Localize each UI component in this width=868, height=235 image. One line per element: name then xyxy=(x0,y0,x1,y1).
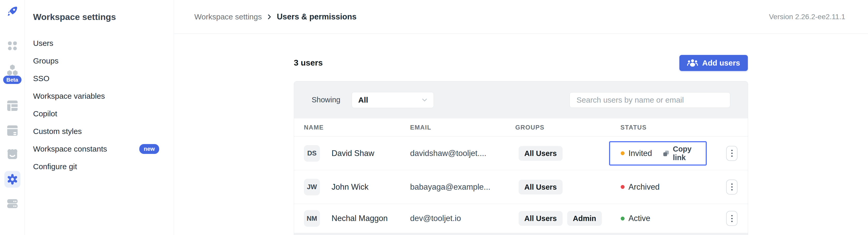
sidebar-item-workspace-constants[interactable]: Workspace constants new xyxy=(25,140,174,158)
user-name: John Wick xyxy=(332,182,369,192)
chevron-down-icon xyxy=(421,96,429,104)
table-row: JW John Wick babayaga@example... All Use… xyxy=(294,170,748,204)
filter-bar: Showing All xyxy=(294,81,748,119)
users-card: Showing All NAME EMAIL GROUPS STATUS xyxy=(294,81,748,235)
user-groups: All Users xyxy=(519,180,563,194)
sidebar-menu: Users Groups SSO Workspace variables Cop… xyxy=(25,34,174,176)
status-text: Active xyxy=(628,214,650,223)
add-users-icon xyxy=(687,59,698,67)
chevron-right-icon xyxy=(266,14,273,20)
icon-rail: Beta xyxy=(0,0,25,235)
sidebar-item-custom-styles[interactable]: Custom styles xyxy=(25,123,174,140)
users-table: NAME EMAIL GROUPS STATUS DS David Shaw d… xyxy=(294,119,748,233)
status: Active xyxy=(621,214,650,223)
table-header-row: NAME EMAIL GROUPS STATUS xyxy=(294,119,748,136)
breadcrumb-parent[interactable]: Workspace settings xyxy=(194,12,262,21)
tooljet-logo rocket-icon[interactable] xyxy=(7,6,18,18)
avatar: DS xyxy=(304,145,320,162)
group-badge: Admin xyxy=(567,211,602,226)
group-badge: All Users xyxy=(519,211,563,226)
datasources-icon[interactable] xyxy=(7,125,18,137)
status-text: Invited xyxy=(628,149,652,158)
avatar: NM xyxy=(304,210,320,227)
user-groups: All Users xyxy=(519,146,563,161)
settings-gear-active[interactable] xyxy=(4,171,21,188)
user-groups: All Users Admin xyxy=(519,211,602,226)
apps-grid-icon[interactable] xyxy=(7,41,17,52)
content-header: Workspace settings Users & permissions V… xyxy=(174,0,868,34)
copy-icon xyxy=(663,150,669,157)
sidebar-item-label: Configure git xyxy=(33,162,77,171)
row-actions-kebab-menu[interactable] xyxy=(726,211,738,226)
column-header-name: NAME xyxy=(304,124,324,131)
beta-badge: Beta xyxy=(3,76,22,84)
status-text: Archived xyxy=(628,182,660,192)
add-users-label: Add users xyxy=(702,58,740,68)
sidebar-item-users[interactable]: Users xyxy=(25,34,174,52)
sidebar-item-label: Custom styles xyxy=(33,127,82,136)
marketplace-shop-icon[interactable] xyxy=(7,148,18,161)
content-area: Workspace settings Users & permissions V… xyxy=(174,0,868,235)
sidebar-item-label: Workspace constants xyxy=(33,145,107,153)
column-header-status: STATUS xyxy=(620,124,647,131)
sidebar-item-configure-git[interactable]: Configure git xyxy=(25,158,174,176)
status-dot xyxy=(621,217,625,220)
users-page: 3 users Add users Showing All xyxy=(174,34,868,235)
sidebar-item-label: Users xyxy=(33,39,53,48)
status: Invited xyxy=(621,149,652,158)
add-users-button[interactable]: Add users xyxy=(679,55,748,71)
sidebar-item-label: SSO xyxy=(33,74,49,83)
user-name: Nechal Maggon xyxy=(332,214,388,223)
users-count: 3 users xyxy=(294,58,323,68)
group-badge: All Users xyxy=(519,146,563,161)
copy-invite-link[interactable]: Copy link xyxy=(663,145,706,162)
sidebar-item-label: Workspace variables xyxy=(33,92,105,101)
user-email: babayaga@example... xyxy=(410,182,491,192)
audit-logs-icon[interactable] xyxy=(7,198,18,210)
settings-gear-icon xyxy=(7,174,18,185)
new-badge: new xyxy=(139,144,159,154)
workspace-settings-sidebar: Workspace settings Users Groups SSO Work… xyxy=(25,0,174,235)
group-badge: All Users xyxy=(519,180,563,194)
avatar: JW xyxy=(304,179,320,195)
database-table-icon[interactable] xyxy=(7,100,18,112)
showing-label: Showing xyxy=(312,96,340,104)
search-users-input[interactable] xyxy=(569,92,730,108)
sidebar-item-copilot[interactable]: Copilot xyxy=(25,105,174,123)
marketplace-hexagons-icon[interactable] xyxy=(7,64,18,77)
table-row: NM Nechal Maggon dev@tooljet.io All User… xyxy=(294,204,748,233)
sidebar-item-groups[interactable]: Groups xyxy=(25,52,174,70)
column-header-groups: GROUPS xyxy=(515,124,545,131)
column-header-email: EMAIL xyxy=(410,124,431,131)
status-dot xyxy=(621,185,625,189)
user-email: davidshaw@tooljet.... xyxy=(410,149,486,158)
user-status-filter-select[interactable]: All xyxy=(352,92,434,108)
version-label: Version 2.26.2-ee2.11.1 xyxy=(769,13,845,21)
sidebar-item-workspace-variables[interactable]: Workspace variables xyxy=(25,87,174,105)
user-name: David Shaw xyxy=(332,149,374,158)
select-value: All xyxy=(358,96,368,104)
status: Archived xyxy=(621,182,660,192)
copy-link-label: Copy link xyxy=(673,145,706,162)
user-email: dev@tooljet.io xyxy=(410,214,461,223)
breadcrumb-current: Users & permissions xyxy=(277,12,356,22)
invited-status-highlight-box: Invited Copy link xyxy=(609,141,707,165)
sidebar-title: Workspace settings xyxy=(33,12,116,22)
status-dot xyxy=(621,151,625,155)
sidebar-item-sso[interactable]: SSO xyxy=(25,70,174,87)
sidebar-item-label: Groups xyxy=(33,56,58,65)
sidebar-item-label: Copilot xyxy=(33,109,57,118)
table-row: DS David Shaw davidshaw@tooljet.... All … xyxy=(294,136,748,170)
row-actions-kebab-menu[interactable] xyxy=(726,146,738,161)
row-actions-kebab-menu[interactable] xyxy=(726,180,738,194)
